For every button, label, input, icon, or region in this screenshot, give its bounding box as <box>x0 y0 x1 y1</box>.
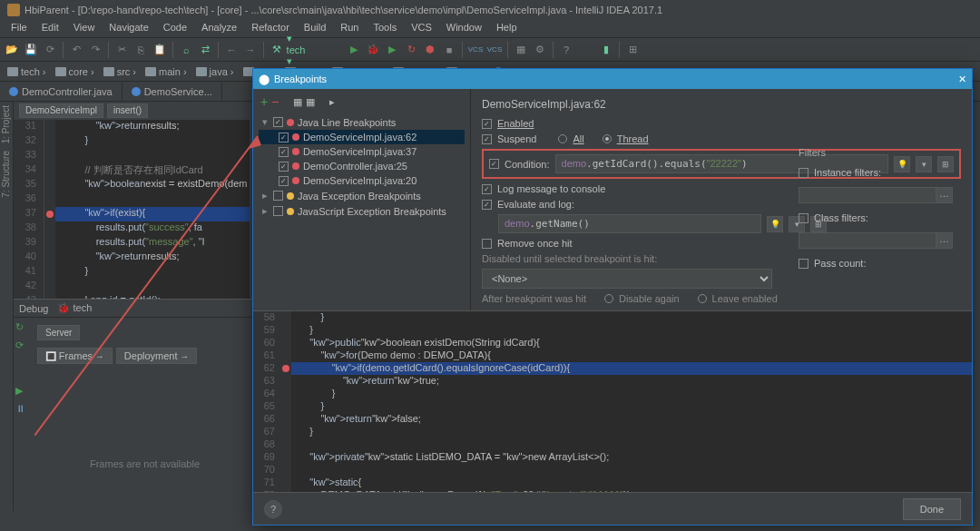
remove-icon[interactable]: − <box>271 94 279 109</box>
structure-icon[interactable]: ▦ <box>513 42 529 58</box>
nav-item[interactable]: java › <box>192 64 238 79</box>
menu-file[interactable]: File <box>4 20 34 37</box>
help-button[interactable]: ? <box>264 500 282 518</box>
back-icon[interactable]: ← <box>223 42 240 58</box>
update-icon[interactable]: ⟳ <box>15 339 28 352</box>
breakpoint-icon: ⬤ <box>259 74 270 85</box>
expand-icon[interactable]: ▸ <box>329 96 335 108</box>
project-tool[interactable]: 1: Project <box>0 102 12 147</box>
debug-config: 🐞 tech <box>57 302 92 314</box>
menu-code[interactable]: Code <box>156 20 194 37</box>
debug-icon[interactable]: 🐞 <box>365 42 381 58</box>
menu-run[interactable]: Run <box>333 20 366 37</box>
eval-lightbulb-icon[interactable]: 💡 <box>767 216 783 232</box>
help-icon[interactable]: ? <box>558 42 574 58</box>
disable-again-radio[interactable] <box>604 294 613 303</box>
condition-check[interactable]: ✓ <box>489 159 499 169</box>
copy-icon[interactable]: ⎘ <box>132 42 149 58</box>
instance-check[interactable] <box>799 168 808 178</box>
instance-filter-input[interactable]: … <box>799 187 953 203</box>
run-icon[interactable]: ▶ <box>346 42 362 58</box>
forward-icon[interactable]: → <box>242 42 259 58</box>
code-line: 68 <box>253 438 972 451</box>
frames-tab[interactable]: 🔳 Frames → <box>37 348 113 364</box>
menu-navigate[interactable]: Navigate <box>102 20 155 37</box>
vcs2-icon[interactable]: VCS <box>486 42 503 58</box>
nav-item[interactable]: core › <box>52 64 98 79</box>
remove-check[interactable] <box>482 239 492 249</box>
menu-edit[interactable]: Edit <box>34 20 66 37</box>
menu-help[interactable]: Help <box>489 20 524 37</box>
group-icon[interactable]: ▦ <box>293 96 302 108</box>
rerun-icon[interactable]: ↻ <box>403 42 419 58</box>
resume-icon[interactable]: ▶ <box>15 385 28 398</box>
code-line: 37 "kw">if(exist){ <box>14 207 250 221</box>
replace-icon[interactable]: ⇄ <box>197 42 213 58</box>
redo-icon[interactable]: ↷ <box>87 42 103 58</box>
disabled-until-select[interactable]: <None> <box>482 269 772 289</box>
undo-icon[interactable]: ↶ <box>68 42 84 58</box>
close-icon[interactable]: ✕ <box>958 74 966 85</box>
find-icon[interactable]: ⌕ <box>178 42 194 58</box>
thread-radio[interactable] <box>603 134 612 143</box>
tree-root[interactable]: ▾✓ Java Line Breakpoints <box>259 114 465 130</box>
menu-window[interactable]: Window <box>439 20 489 37</box>
tree-bp-item[interactable]: ✓DemoServiceImpl.java:62 <box>259 130 465 144</box>
open-icon[interactable]: 📂 <box>4 42 20 58</box>
menu-view[interactable]: View <box>66 20 103 37</box>
tree-bp-item[interactable]: ✓DemoServiceImpl.java:37 <box>259 144 465 159</box>
eval-input[interactable]: demo.getName() <box>498 214 761 233</box>
tree-bp-item[interactable]: ✓DemoServiceImpl.java:20 <box>259 173 465 188</box>
debug-left-toolbar: ↻ ⟳ ▶ ⏸ <box>14 318 30 531</box>
menu-tools[interactable]: Tools <box>366 20 404 37</box>
editor-tab[interactable]: DemoController.java <box>0 82 122 101</box>
settings-icon[interactable]: ⚙ <box>532 42 548 58</box>
class-filter-input[interactable]: … <box>799 232 953 249</box>
deployment-tab[interactable]: Deployment → <box>116 348 197 364</box>
crumb-method[interactable]: insert() <box>107 103 148 118</box>
pass-check[interactable] <box>799 259 808 269</box>
toggle-icon[interactable]: ⬢ <box>422 42 438 58</box>
dialog-title: Breakpoints <box>274 74 327 84</box>
save-icon[interactable]: 💾 <box>23 42 39 58</box>
server-tab[interactable]: Server <box>37 325 80 340</box>
paste-icon[interactable]: 📋 <box>152 42 168 58</box>
leave-radio[interactable] <box>698 294 707 303</box>
structure-tool[interactable]: 7: Structure <box>0 147 12 202</box>
nav-item[interactable]: main › <box>142 64 191 79</box>
code-line: 35 "kw">boolean exist = existDemo(dem <box>14 178 250 192</box>
build-icon[interactable]: ⚒ <box>269 42 285 58</box>
misc-icon[interactable]: ⊞ <box>624 42 641 58</box>
nav-item[interactable]: tech › <box>4 64 50 79</box>
sync-icon[interactable]: ⟳ <box>42 42 58 58</box>
code-line: 59 } <box>253 324 972 337</box>
code-line: 61 "kw">for(Demo demo : DEMO_DATA){ <box>253 349 972 362</box>
cut-icon[interactable]: ✂ <box>113 42 130 58</box>
log-check[interactable]: ✓ <box>482 184 492 194</box>
rerun-debug-icon[interactable]: ↻ <box>15 321 28 334</box>
code-line: 71 "kw">static { <box>253 477 972 489</box>
eval-check[interactable]: ✓ <box>482 200 492 210</box>
menu-vcs[interactable]: VCS <box>404 20 439 37</box>
stop-icon[interactable]: ■ <box>441 42 457 58</box>
pause-icon[interactable]: ⏸ <box>15 403 28 416</box>
enabled-check[interactable]: ✓ <box>482 119 492 129</box>
done-button[interactable]: Done <box>903 498 961 520</box>
editor-tab[interactable]: DemoService... <box>122 82 222 101</box>
tree-jsexc[interactable]: ▸ JavaScript Exception Breakpoints <box>259 203 465 219</box>
all-radio[interactable] <box>558 134 567 143</box>
menu-analyze[interactable]: Analyze <box>194 20 244 37</box>
code-line: 60 "kw">public "kw">boolean existDemo(St… <box>253 337 972 349</box>
coverage-icon[interactable]: ▶ <box>384 42 400 58</box>
tree-bp-item[interactable]: ✓DemoController.java:25 <box>259 159 465 173</box>
jrebel-icon[interactable]: ▮ <box>598 42 614 58</box>
nav-item[interactable]: src › <box>100 64 140 79</box>
suspend-check[interactable]: ✓ <box>482 134 492 144</box>
tree-exc[interactable]: ▸ Java Exception Breakpoints <box>259 188 465 203</box>
group2-icon[interactable]: ▦ <box>306 96 315 108</box>
add-icon[interactable]: + <box>260 94 268 109</box>
crumb-class[interactable]: DemoServiceImpl <box>19 103 103 118</box>
config-icon[interactable]: ▾ tech ▾ <box>288 42 304 58</box>
class-check[interactable] <box>799 213 808 223</box>
vcs-icon[interactable]: VCS <box>467 42 484 58</box>
